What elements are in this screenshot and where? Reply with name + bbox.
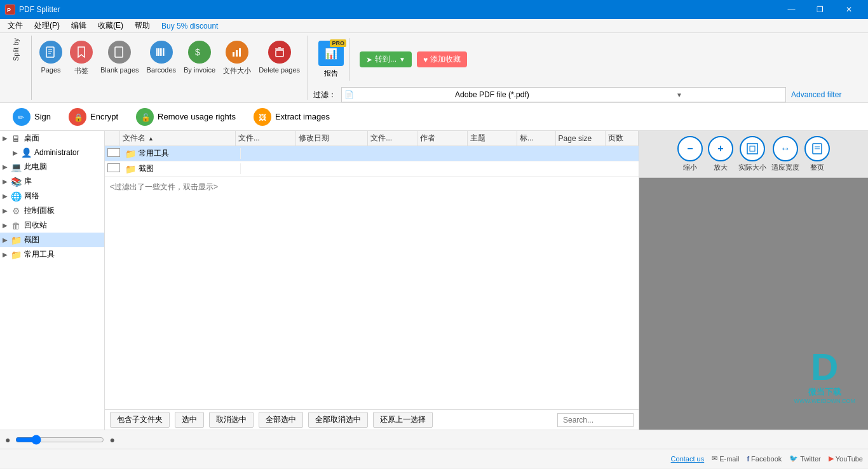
svg-rect-7 xyxy=(156,48,158,56)
desktop-icon: 🖥 xyxy=(10,133,22,144)
delete-icon xyxy=(268,41,291,64)
filesize-icon xyxy=(226,41,248,64)
tree-arrow-screenshot: ▶ xyxy=(3,236,10,243)
zoom-out-label: 缩小 xyxy=(683,163,697,172)
minimize-button[interactable]: — xyxy=(777,0,806,19)
zoom-minus-icon[interactable]: ● xyxy=(5,435,10,445)
table-row[interactable]: 📁 常用工具 xyxy=(105,146,639,161)
goto-dropdown-icon: ▼ xyxy=(399,56,405,63)
sign-button[interactable]: ✏ Sign xyxy=(5,104,58,130)
discount-link[interactable]: Buy 5% discount xyxy=(161,22,218,31)
fit-width-button[interactable]: ↔ xyxy=(773,136,798,161)
zoom-slider[interactable] xyxy=(15,435,104,445)
filter-notice[interactable]: <过滤出了一些文件，双击显示> xyxy=(105,177,639,198)
menu-bar: 文件 处理(P) 编辑 收藏(E) 帮助 Buy 5% discount xyxy=(0,19,868,33)
encrypt-button[interactable]: 🔒 Encrypt xyxy=(61,104,126,130)
deselect-all-button[interactable]: 全部取消选中 xyxy=(308,412,368,428)
fit-page-button[interactable] xyxy=(804,136,830,161)
menu-process[interactable]: 处理(P) xyxy=(29,19,65,32)
maximize-button[interactable]: ❐ xyxy=(806,0,834,19)
split-barcodes-button[interactable]: Barcodes xyxy=(144,38,179,76)
svg-text:$: $ xyxy=(195,47,200,57)
header-filesize[interactable]: 文件... xyxy=(236,131,296,146)
sidebar-item-tools[interactable]: ▶ 📁 常用工具 xyxy=(0,247,104,262)
actual-size-button[interactable] xyxy=(740,136,765,161)
sidebar-item-controlpanel[interactable]: ▶ ⚙ 控制面板 xyxy=(0,203,104,218)
sidebar-item-network[interactable]: ▶ 🌐 网络 xyxy=(0,189,104,203)
header-author[interactable]: 作者 xyxy=(417,131,467,146)
twitter-section[interactable]: 🐦 Twitter xyxy=(789,454,820,463)
include-subfolders-button[interactable]: 包含子文件夹 xyxy=(110,412,170,428)
zoom-out-button[interactable]: − xyxy=(677,136,703,161)
filename-col-label: 文件名 xyxy=(123,133,146,144)
blank-icon xyxy=(108,41,131,64)
pdf-icon: 📄 xyxy=(344,90,451,99)
email-icon: ✉ xyxy=(712,454,717,463)
header-subject[interactable]: 主题 xyxy=(468,131,517,146)
advanced-filter-link[interactable]: Advanced filter xyxy=(791,90,841,99)
split-bookmarks-button[interactable]: 书签 xyxy=(67,38,95,78)
contact-us-link[interactable]: Contact us xyxy=(671,455,705,463)
sidebar-label-cp: 控制面板 xyxy=(24,205,55,216)
svg-rect-6 xyxy=(115,47,123,57)
email-label: E-mail xyxy=(719,455,739,463)
filesize-label: 文件大小 xyxy=(223,66,251,76)
status-bar: Contact us ✉ E-mail f Facebook 🐦 Twitter… xyxy=(0,449,868,468)
svg-text:P: P xyxy=(7,7,11,13)
restore-selection-button[interactable]: 还原上一选择 xyxy=(373,412,433,428)
sidebar-item-desktop[interactable]: ▶ 🖥 桌面 xyxy=(0,131,104,146)
header-pagesize[interactable]: Page size xyxy=(556,131,606,146)
select-all-button[interactable]: 全部选中 xyxy=(259,412,303,428)
extract-label: Extract images xyxy=(275,112,330,121)
header-keywords[interactable]: 标... xyxy=(517,131,556,146)
select-button[interactable]: 选中 xyxy=(175,412,204,428)
twitter-icon: 🐦 xyxy=(789,454,798,463)
folder-icon-2: 📁 xyxy=(125,164,136,174)
row-check-1 xyxy=(105,148,120,159)
header-date[interactable]: 修改日期 xyxy=(296,131,368,146)
barcodes-label: Barcodes xyxy=(147,66,176,74)
search-input[interactable] xyxy=(557,413,634,427)
facebook-icon: f xyxy=(747,455,749,463)
split-filesize-button[interactable]: 文件大小 xyxy=(220,38,254,78)
filter-value: Adobe PDF file (*.pdf) xyxy=(455,90,562,99)
extract-images-button[interactable]: 🖼 Extract images xyxy=(246,104,337,130)
close-button[interactable]: ✕ xyxy=(834,0,863,19)
report-button[interactable]: 📊 PRO 报告 xyxy=(313,38,349,81)
deselect-button[interactable]: 取消选中 xyxy=(209,412,254,428)
facebook-section[interactable]: f Facebook xyxy=(747,455,782,463)
svg-rect-17 xyxy=(276,50,283,57)
email-section[interactable]: ✉ E-mail xyxy=(712,454,739,463)
watermark-letter: D xyxy=(794,348,855,386)
blank-label: Blank pages xyxy=(100,66,139,74)
zoom-plus-icon[interactable]: ● xyxy=(109,435,114,445)
sidebar-item-screenshot[interactable]: ▶ 📁 截图 xyxy=(0,233,104,247)
filter-row: 过滤： 📄 Adobe PDF file (*.pdf) ▼ Advanced … xyxy=(313,87,863,102)
header-size2[interactable]: 文件... xyxy=(368,131,417,146)
split-invoice-button[interactable]: $ By invoice xyxy=(181,38,218,76)
sidebar-item-administrator[interactable]: ▶ 👤 Administrator xyxy=(0,146,104,160)
menu-file[interactable]: 文件 xyxy=(3,19,28,32)
svg-rect-14 xyxy=(233,52,234,57)
header-pages[interactable]: 页数 xyxy=(606,131,639,146)
filter-select[interactable]: 📄 Adobe PDF file (*.pdf) ▼ xyxy=(341,87,786,102)
menu-favorites[interactable]: 收藏(E) xyxy=(93,19,128,32)
menu-help[interactable]: 帮助 xyxy=(130,19,155,32)
tree-arrow-desktop: ▶ xyxy=(3,135,10,142)
zoom-in-button[interactable]: + xyxy=(708,136,733,161)
extract-icon: 🖼 xyxy=(254,108,271,126)
favorite-button[interactable]: ♥ 添加收藏 xyxy=(417,51,467,67)
menu-edit[interactable]: 编辑 xyxy=(66,19,92,32)
remove-rights-button[interactable]: 🔓 Remove usage rights xyxy=(128,104,243,130)
header-filename[interactable]: 文件名 ▲ xyxy=(120,131,236,146)
split-pages-button[interactable]: Pages xyxy=(37,38,65,76)
toolbar-split-buttons: Pages 书签 Blank pages Barcodes $ By invoi… xyxy=(32,36,308,100)
sidebar-item-library[interactable]: ▶ 📚 库 xyxy=(0,174,104,189)
split-blank-button[interactable]: Blank pages xyxy=(98,38,142,76)
delete-pages-button[interactable]: Delete pages xyxy=(256,38,302,76)
sidebar-item-mypc[interactable]: ▶ 💻 此电脑 xyxy=(0,160,104,174)
goto-button[interactable]: ➤ 转到... ▼ xyxy=(360,51,412,67)
table-row[interactable]: 📁 截图 xyxy=(105,161,639,177)
sidebar-item-recycle[interactable]: ▶ 🗑 回收站 xyxy=(0,218,104,233)
youtube-section[interactable]: ▶ YouTube xyxy=(829,454,863,463)
